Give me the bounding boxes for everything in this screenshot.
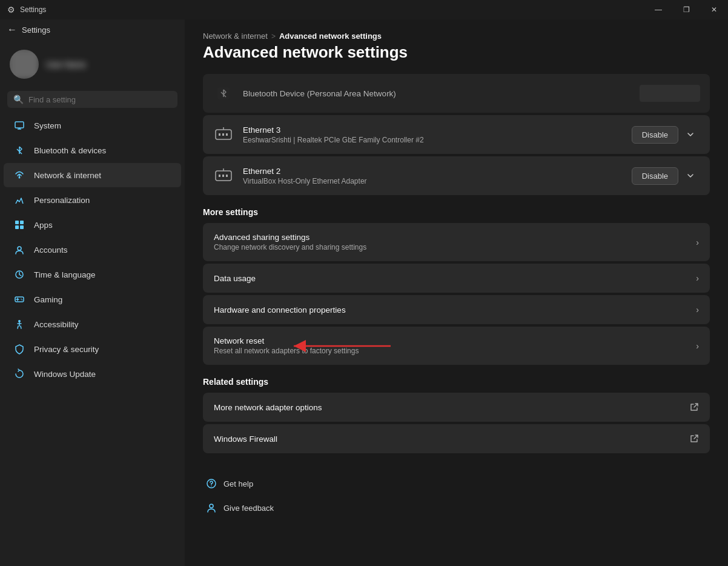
time-label: Time & language (34, 270, 96, 279)
windows-firewall-title: Windows Firewall (214, 434, 689, 444)
page-title: Advanced network settings (203, 43, 710, 62)
network-icon (13, 169, 25, 181)
svg-point-3 (19, 177, 21, 179)
titlebar-controls: — ❐ ✕ (644, 0, 728, 19)
maximize-button[interactable]: ❐ (672, 0, 700, 19)
get-help-label: Get help (223, 479, 253, 488)
more-network-adapter-title: More network adapter options (214, 403, 689, 412)
ethernet3-actions: Disable (632, 125, 700, 144)
search-input[interactable] (28, 95, 171, 104)
advanced-sharing-row[interactable]: Advanced sharing settings Change network… (203, 223, 710, 261)
advanced-sharing-chevron: › (696, 238, 699, 247)
time-icon (13, 268, 25, 281)
settings-icon: ⚙ (7, 5, 15, 15)
back-button[interactable]: ← Settings (0, 19, 185, 40)
privacy-label: Privacy & security (34, 345, 99, 354)
privacy-icon (13, 343, 25, 355)
apps-label: Apps (34, 221, 53, 230)
ethernet3-sub: EeshwarSrishti | Realtek PCIe GbE Family… (243, 136, 623, 144)
sidebar-item-apps[interactable]: Apps (4, 213, 181, 237)
breadcrumb-parent[interactable]: Network & internet (203, 32, 268, 41)
user-profile: User Name (0, 40, 185, 88)
personalization-icon (13, 194, 25, 206)
ethernet2-card: Ethernet 2 VirtualBox Host-Only Ethernet… (203, 156, 710, 195)
windows-firewall-row[interactable]: Windows Firewall (203, 424, 710, 453)
avatar (10, 50, 39, 79)
get-help-item[interactable]: Get help (203, 473, 710, 494)
footer: Get help Give feedback (203, 468, 710, 524)
svg-rect-7 (20, 225, 24, 229)
svg-rect-18 (219, 133, 220, 136)
sidebar-nav: System Bluetooth & devices Network (0, 113, 185, 387)
ethernet3-card: Ethernet 3 EeshwarSrishti | Realtek PCIe… (203, 115, 710, 154)
ethernet2-icon (213, 165, 234, 187)
sidebar-item-privacy[interactable]: Privacy & security (4, 337, 181, 361)
svg-rect-23 (219, 175, 220, 177)
gaming-icon (13, 293, 25, 305)
give-feedback-item[interactable]: Give feedback (203, 497, 710, 519)
sidebar-item-accessibility[interactable]: Accessibility (4, 312, 181, 336)
sidebar-item-personalization[interactable]: Personalization (4, 188, 181, 212)
sidebar-item-system[interactable]: System (4, 113, 181, 138)
settings-label: Settings (22, 25, 50, 35)
personalization-label: Personalization (34, 196, 90, 205)
titlebar: ⚙ Settings — ❐ ✕ (0, 0, 728, 19)
more-network-adapter-external-icon (689, 402, 699, 412)
get-help-icon (205, 478, 217, 490)
app-layout: ← Settings User Name 🔍 (0, 19, 728, 566)
search-box[interactable]: 🔍 (7, 91, 177, 108)
update-label: Windows Update (34, 370, 96, 379)
svg-point-29 (211, 485, 212, 487)
system-label: System (34, 121, 61, 130)
back-icon: ← (7, 24, 17, 35)
breadcrumb-separator: > (271, 32, 276, 41)
sidebar-item-time[interactable]: Time & language (4, 262, 181, 287)
ethernet2-expand-button[interactable] (681, 166, 700, 185)
ethernet3-icon (213, 124, 234, 145)
bt-device-actions (640, 85, 700, 102)
network-reset-content: Network reset Reset all network adapters… (214, 336, 696, 355)
advanced-sharing-sub: Change network discovery and sharing set… (214, 243, 696, 251)
svg-point-30 (210, 504, 213, 508)
breadcrumb: Network & internet > Advanced network se… (203, 32, 710, 41)
svg-rect-6 (15, 225, 19, 229)
network-label: Network & internet (34, 171, 101, 180)
breadcrumb-current: Advanced network settings (279, 32, 382, 41)
windows-firewall-content: Windows Firewall (214, 434, 689, 444)
ethernet3-disable-button[interactable]: Disable (632, 126, 678, 144)
sidebar-item-update[interactable]: Windows Update (4, 362, 181, 386)
sidebar-item-bluetooth[interactable]: Bluetooth & devices (4, 138, 181, 162)
svg-rect-19 (222, 133, 224, 136)
svg-rect-4 (15, 221, 19, 224)
sidebar-item-network[interactable]: Network & internet (4, 163, 181, 187)
ethernet3-info: Ethernet 3 EeshwarSrishti | Realtek PCIe… (243, 125, 623, 144)
data-usage-row[interactable]: Data usage › (203, 264, 710, 293)
close-button[interactable]: ✕ (700, 0, 728, 19)
ethernet2-sub: VirtualBox Host-Only Ethernet Adapter (243, 177, 623, 185)
windows-firewall-external-icon (689, 434, 699, 444)
content-area: Network & internet > Advanced network se… (185, 19, 728, 566)
related-settings-title: Related settings (203, 377, 710, 387)
search-icon: 🔍 (13, 95, 24, 104)
bt-device-card: Bluetooth Device (Personal Area Network) (203, 74, 710, 113)
more-settings-title: More settings (203, 207, 710, 217)
hardware-connection-row[interactable]: Hardware and connection properties › (203, 295, 710, 324)
svg-rect-0 (15, 122, 24, 128)
network-reset-chevron: › (696, 341, 699, 351)
ethernet3-expand-button[interactable] (681, 125, 700, 144)
bluetooth-icon (13, 144, 25, 156)
advanced-sharing-title: Advanced sharing settings (214, 233, 696, 242)
bt-device-icon (213, 82, 234, 104)
ethernet2-info: Ethernet 2 VirtualBox Host-Only Ethernet… (243, 167, 623, 185)
sidebar-item-gaming[interactable]: Gaming (4, 287, 181, 311)
give-feedback-label: Give feedback (223, 504, 274, 513)
give-feedback-icon (205, 502, 217, 514)
svg-point-8 (18, 247, 21, 250)
sidebar-item-accounts[interactable]: Accounts (4, 238, 181, 262)
network-reset-title: Network reset (214, 336, 696, 345)
data-usage-title: Data usage (214, 274, 696, 283)
ethernet2-disable-button[interactable]: Disable (632, 167, 678, 185)
minimize-button[interactable]: — (644, 0, 672, 19)
more-network-adapter-row[interactable]: More network adapter options (203, 393, 710, 422)
network-reset-row[interactable]: Network reset Reset all network adapters… (203, 327, 710, 365)
